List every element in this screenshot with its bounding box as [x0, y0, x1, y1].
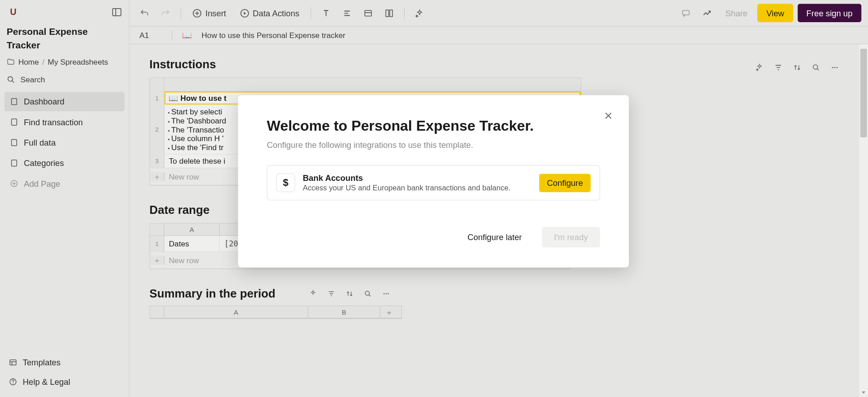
breadcrumb-current[interactable]: My Spreadsheets	[48, 57, 108, 66]
instructions-title: Instructions	[150, 57, 216, 71]
plus-circle-icon	[10, 179, 18, 187]
play-circle-icon	[240, 8, 250, 18]
close-button[interactable]	[604, 111, 613, 121]
scroll-thumb[interactable]	[860, 49, 867, 137]
sort-icon[interactable]	[793, 63, 802, 72]
more-icon[interactable]	[830, 63, 840, 72]
breadcrumb-sep: /	[42, 57, 45, 66]
svg-rect-23	[365, 10, 372, 16]
formula-bar: A1 📖 How to use this Personal Expense tr…	[130, 27, 868, 44]
breadcrumb: Home / My Spreadsheets	[5, 55, 125, 72]
svg-rect-26	[390, 9, 392, 16]
column-header[interactable]: A	[165, 306, 308, 318]
close-icon	[604, 111, 613, 121]
ai-button[interactable]	[411, 5, 428, 21]
sidebar-item-full-data[interactable]: Full data	[5, 132, 125, 152]
svg-line-36	[368, 294, 370, 296]
welcome-modal: Welcome to Personal Expense Tracker. Con…	[238, 95, 629, 268]
page-icon	[10, 97, 18, 105]
svg-rect-25	[386, 9, 388, 16]
modal-subtitle: Configure the following integrations to …	[267, 140, 600, 150]
integration-title: Bank Accounts	[303, 173, 532, 183]
align-button[interactable]	[339, 5, 355, 21]
svg-point-35	[365, 291, 369, 295]
templates-label: Templates	[23, 358, 61, 367]
help-button[interactable]: Help & Legal	[5, 372, 125, 392]
svg-rect-0	[113, 9, 121, 16]
svg-point-37	[383, 293, 385, 294]
column-header[interactable]: B	[308, 306, 380, 318]
ready-button: I'm ready	[542, 227, 600, 247]
view-button[interactable]: View	[758, 4, 793, 22]
sort-icon[interactable]	[345, 289, 354, 298]
breadcrumb-home[interactable]: Home	[18, 57, 39, 66]
project-title: Personal Expense Tracker	[5, 23, 125, 55]
page-icon	[10, 118, 18, 126]
svg-rect-6	[11, 139, 16, 146]
configure-button[interactable]: Configure	[539, 174, 591, 192]
row-number: 1	[150, 236, 165, 251]
svg-rect-4	[11, 98, 16, 104]
sidebar-item-dashboard[interactable]: Dashboard	[5, 92, 125, 111]
scrollbar[interactable]	[859, 44, 868, 397]
sidebar-item-find-transaction[interactable]: Find transaction	[5, 112, 125, 132]
svg-rect-27	[683, 10, 689, 15]
data-actions-button[interactable]: Data Actions	[235, 5, 304, 21]
search-icon	[7, 76, 15, 84]
templates-button[interactable]: Templates	[5, 353, 125, 372]
filter-icon[interactable]	[774, 63, 783, 72]
row-number: 2	[150, 105, 165, 154]
formula-text[interactable]: How to use this Personal Expense tracker	[202, 31, 345, 40]
sidebar-item-label: Dashboard	[24, 97, 65, 106]
svg-point-15	[13, 383, 14, 384]
search-button[interactable]: Search	[5, 72, 125, 92]
scroll-down-icon[interactable]	[860, 389, 867, 396]
new-row-label: New row	[165, 172, 199, 181]
cell-format-button[interactable]	[360, 5, 377, 21]
new-row-label: New row	[165, 256, 199, 265]
add-column-button[interactable]: +	[380, 306, 398, 318]
svg-point-32	[836, 67, 838, 68]
row-number: 3	[150, 155, 165, 168]
svg-rect-5	[11, 119, 16, 125]
insert-label: Insert	[205, 8, 226, 18]
app-logo[interactable]: U	[7, 5, 20, 19]
trend-button[interactable]	[699, 5, 716, 21]
plus-circle-icon	[192, 8, 202, 18]
signup-button[interactable]: Free sign up	[797, 4, 861, 22]
redo-button[interactable]	[157, 5, 174, 21]
row-number: 1	[150, 91, 165, 104]
search-icon[interactable]	[363, 289, 372, 298]
svg-point-38	[385, 293, 387, 294]
svg-rect-11	[10, 360, 16, 365]
dates-label-cell[interactable]: Dates	[165, 236, 220, 251]
integration-card: $ Bank Accounts Access your US and Europ…	[267, 165, 600, 200]
sidebar-item-categories[interactable]: Categories	[5, 153, 125, 173]
help-label: Help & Legal	[23, 377, 70, 387]
undo-button[interactable]	[136, 5, 153, 21]
column-header[interactable]: A	[165, 224, 220, 236]
sidebar: U Personal Expense Tracker Home / My Spr…	[0, 0, 130, 397]
sparkle-icon[interactable]	[309, 289, 317, 298]
sparkle-icon[interactable]	[755, 63, 764, 72]
comment-button[interactable]	[678, 5, 694, 21]
panel-toggle-icon[interactable]	[111, 7, 122, 18]
add-page-button[interactable]: Add Page	[5, 174, 125, 193]
svg-point-39	[387, 293, 389, 294]
insert-button[interactable]: Insert	[188, 5, 231, 21]
svg-point-31	[834, 67, 835, 68]
columns-button[interactable]	[381, 5, 397, 21]
filter-icon[interactable]	[327, 289, 335, 298]
modal-title: Welcome to Personal Expense Tracker.	[267, 118, 600, 135]
integration-desc: Access your US and European bank transac…	[303, 184, 532, 192]
text-format-button[interactable]	[318, 5, 335, 21]
add-page-label: Add Page	[24, 179, 61, 188]
more-icon[interactable]	[382, 289, 390, 298]
svg-line-3	[12, 81, 14, 83]
dollar-icon: $	[276, 173, 295, 192]
cell-reference[interactable]: A1	[140, 31, 162, 40]
configure-later-button[interactable]: Configure later	[458, 227, 531, 247]
svg-rect-7	[11, 160, 16, 166]
search-icon[interactable]	[811, 63, 821, 72]
page-icon	[10, 138, 18, 147]
